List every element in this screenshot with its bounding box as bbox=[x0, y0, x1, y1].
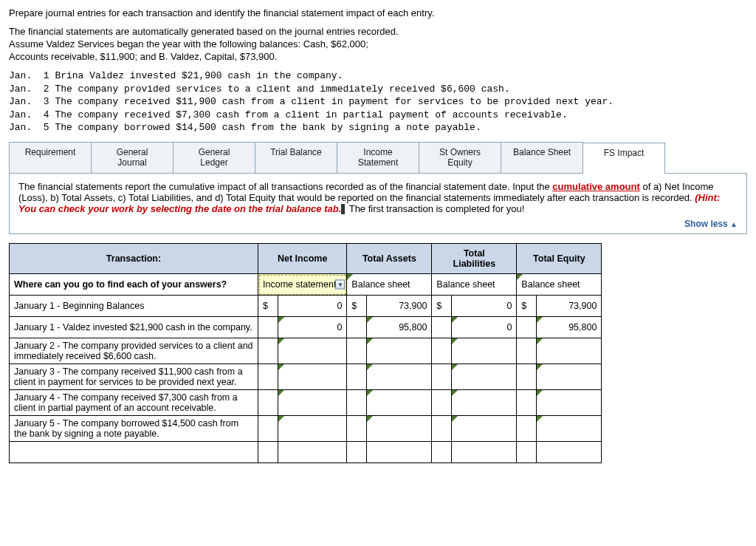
cell-net-income[interactable]: 0 bbox=[278, 317, 347, 338]
table-row: January 1 - Valdez invested $21,900 cash… bbox=[10, 317, 602, 338]
row-label: January 5 - The company borrowed $14,500… bbox=[10, 416, 258, 442]
row-label: January 2 - The company provided service… bbox=[10, 338, 258, 364]
tab-income-statement[interactable]: IncomeStatement bbox=[337, 142, 419, 173]
instruction-panel: The financial statements report the cumu… bbox=[9, 174, 747, 235]
cell-total-assets[interactable] bbox=[367, 338, 432, 364]
table-row bbox=[10, 442, 602, 463]
tab-strip: Requirement GeneralJournal GeneralLedger… bbox=[9, 142, 747, 174]
table-row: January 1 - Beginning Balances $0 $73,90… bbox=[10, 296, 602, 317]
chevron-down-icon: ▼ bbox=[335, 280, 345, 290]
table-row: January 2 - The company provided service… bbox=[10, 338, 602, 364]
cell-total-liab[interactable]: 0 bbox=[452, 296, 517, 317]
cell-total-liab[interactable]: 0 bbox=[452, 317, 517, 338]
hint-liab-cell[interactable]: Balance sheet bbox=[432, 274, 517, 296]
cell-total-assets[interactable] bbox=[367, 364, 432, 390]
cell-net-income[interactable] bbox=[278, 416, 347, 442]
cumulative-label: cumulative amount bbox=[552, 181, 639, 192]
text-cursor-icon bbox=[341, 204, 345, 214]
show-less-toggle[interactable]: Show less ▲ bbox=[18, 219, 738, 229]
intro-line-1: Prepare journal entries for each transac… bbox=[9, 7, 747, 18]
cell-total-equity[interactable] bbox=[537, 390, 602, 416]
table-row: January 5 - The company borrowed $14,500… bbox=[10, 416, 602, 442]
th-total-liabilities: TotalLiabilities bbox=[432, 244, 517, 274]
cell-total-equity[interactable] bbox=[537, 338, 602, 364]
row-label: January 3 - The company received $11,900… bbox=[10, 364, 258, 390]
tab-owners-equity[interactable]: St OwnersEquity bbox=[419, 142, 501, 173]
cell-net-income[interactable] bbox=[278, 390, 347, 416]
cell-total-equity[interactable] bbox=[537, 416, 602, 442]
chevron-up-icon: ▲ bbox=[730, 220, 738, 228]
fs-impact-table: Transaction: Net Income Total Assets Tot… bbox=[9, 243, 602, 463]
transaction-list-mono: Jan. 1 Brina Valdez invested $21,900 cas… bbox=[9, 69, 747, 134]
table-row: January 3 - The company received $11,900… bbox=[10, 364, 602, 390]
cell-total-liab[interactable] bbox=[452, 416, 517, 442]
cell-net-income[interactable] bbox=[278, 338, 347, 364]
hint-question: Where can you go to find each of your an… bbox=[10, 274, 258, 296]
cell-total-liab[interactable] bbox=[452, 364, 517, 390]
cell-total-liab[interactable] bbox=[452, 390, 517, 416]
tab-trial-balance[interactable]: Trial Balance bbox=[255, 142, 337, 173]
tab-general-journal[interactable]: GeneralJournal bbox=[91, 142, 173, 173]
row-label: January 1 - Beginning Balances bbox=[10, 296, 258, 317]
intro-block: Prepare journal entries for each transac… bbox=[9, 7, 747, 62]
tab-balance-sheet[interactable]: Balance Sheet bbox=[501, 142, 583, 173]
cell-total-assets[interactable]: 95,800 bbox=[367, 317, 432, 338]
cell-total-assets[interactable]: 73,900 bbox=[367, 296, 432, 317]
hint-income-dropdown[interactable]: Income statement ▼ bbox=[258, 274, 347, 296]
table-row: January 4 - The company received $7,300 … bbox=[10, 390, 602, 416]
cell-total-assets[interactable] bbox=[367, 390, 432, 416]
tab-general-ledger[interactable]: GeneralLedger bbox=[173, 142, 255, 173]
intro-line-2: The financial statements are automatical… bbox=[9, 26, 747, 37]
cell-total-liab[interactable] bbox=[452, 338, 517, 364]
th-total-equity: Total Equity bbox=[517, 244, 602, 274]
hint-equity-cell[interactable]: Balance sheet bbox=[517, 274, 602, 296]
row-label: January 4 - The company received $7,300 … bbox=[10, 390, 258, 416]
tab-requirement[interactable]: Requirement bbox=[9, 142, 92, 173]
hint-assets-cell[interactable]: Balance sheet bbox=[347, 274, 432, 296]
cell-total-equity[interactable]: 73,900 bbox=[537, 296, 602, 317]
intro-line-4: Accounts receivable, $11,900; and B. Val… bbox=[9, 51, 747, 62]
th-transaction: Transaction: bbox=[10, 244, 258, 274]
cell-total-equity[interactable] bbox=[537, 364, 602, 390]
row-label: January 1 - Valdez invested $21,900 cash… bbox=[10, 317, 258, 338]
cell-net-income[interactable]: 0 bbox=[278, 296, 347, 317]
cell-total-equity[interactable]: 95,800 bbox=[537, 317, 602, 338]
th-net-income: Net Income bbox=[258, 244, 347, 274]
intro-line-3: Assume Valdez Services began the year wi… bbox=[9, 38, 747, 50]
hint-row: Where can you go to find each of your an… bbox=[10, 274, 602, 296]
tab-fs-impact[interactable]: FS Impact bbox=[583, 143, 665, 174]
th-total-assets: Total Assets bbox=[347, 244, 432, 274]
cell-total-assets[interactable] bbox=[367, 416, 432, 442]
cell-net-income[interactable] bbox=[278, 364, 347, 390]
